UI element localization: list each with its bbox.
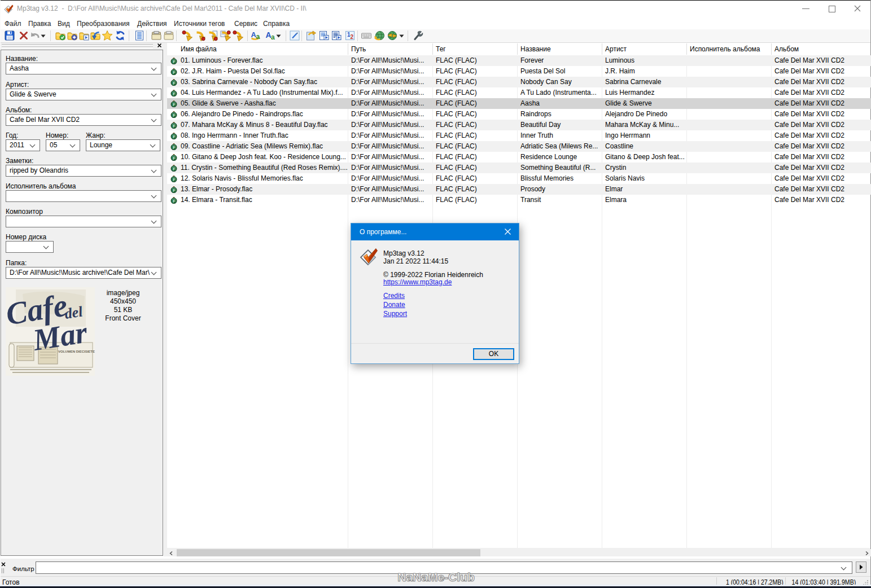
svg-text:F: F: [173, 102, 176, 107]
svg-text:F: F: [173, 156, 176, 161]
svg-text:F: F: [173, 81, 176, 86]
svg-text:F: F: [173, 59, 176, 64]
svg-text:F: F: [173, 91, 176, 96]
svg-text:F: F: [173, 134, 176, 139]
svg-text:F: F: [173, 199, 176, 204]
svg-text:F: F: [173, 166, 176, 172]
svg-text:F: F: [173, 177, 176, 182]
svg-text:F: F: [173, 113, 176, 118]
svg-text:a: a: [271, 33, 275, 41]
svg-text:VOLUMEN DIECISIETE: VOLUMEN DIECISIETE: [58, 350, 95, 353]
svg-text:F: F: [173, 188, 176, 193]
svg-text:a: a: [256, 33, 260, 41]
svg-text:2: 2: [351, 34, 354, 40]
svg-text:F: F: [173, 70, 176, 75]
svg-text:F: F: [173, 124, 176, 129]
svg-text:F: F: [173, 145, 176, 150]
